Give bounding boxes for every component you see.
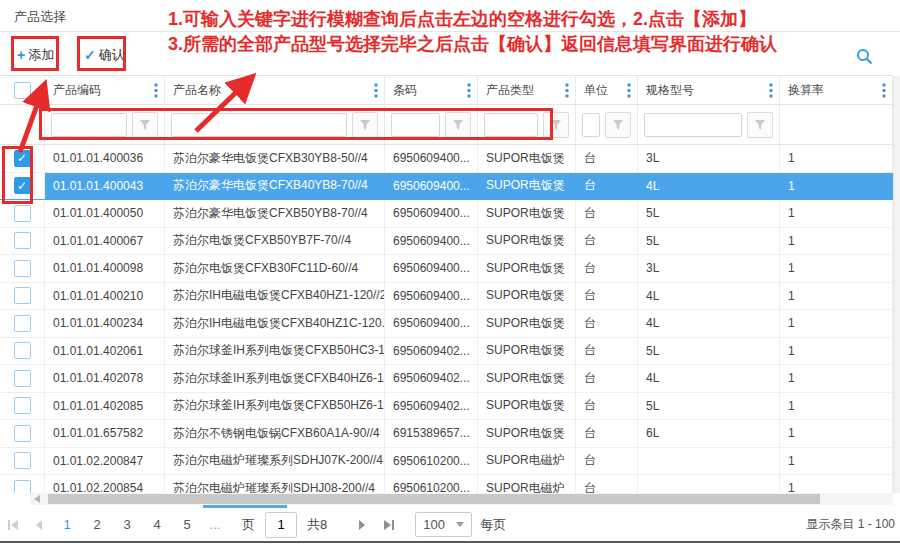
page-ellipsis: ... — [202, 517, 228, 532]
cell-unit: 台 — [576, 448, 638, 475]
column-menu-icon[interactable] — [374, 83, 378, 98]
table-row[interactable]: 01.01.01.400067苏泊尔电饭煲CFXB50YB7F-70//4695… — [0, 228, 893, 256]
row-checkbox[interactable] — [14, 287, 31, 304]
page-number-3[interactable]: 3 — [112, 517, 142, 532]
cell-code: 01.01.01.400036 — [45, 145, 165, 172]
column-menu-icon[interactable] — [882, 83, 886, 98]
search-icon[interactable] — [856, 48, 873, 65]
cell-barcode: 6915389657... — [385, 420, 478, 447]
cell-unit: 台 — [576, 365, 638, 392]
table-header-row: 产品编码产品名称条码产品类型单位规格型号换算率 — [0, 75, 893, 105]
page-number-input[interactable] — [265, 512, 297, 538]
page-number-1[interactable]: 1 — [52, 517, 82, 532]
cell-type: SUPOR电饭煲 — [478, 310, 576, 337]
table-row[interactable]: ✓01.01.01.400043苏泊尔豪华电饭煲CFXB40YB8-70//46… — [0, 173, 893, 201]
column-menu-icon[interactable] — [565, 83, 569, 98]
cell-barcode: 6950610200... — [385, 475, 478, 493]
page-size-value: 100 — [423, 517, 445, 532]
cell-spec: 4L — [638, 173, 780, 200]
row-checkbox[interactable] — [14, 232, 31, 249]
row-checkbox-cell — [0, 448, 45, 475]
table-row[interactable]: 01.01.01.400050苏泊尔豪华电饭煲CFXB50YB8-70//469… — [0, 200, 893, 228]
table-row[interactable]: 01.01.02.200847苏泊尔电磁炉璀璨系列SDHJ07K-200//46… — [0, 448, 893, 476]
cell-name: 苏泊尔不锈钢电饭锅CFXB60A1A-90//4 — [165, 420, 385, 447]
header-cell-code[interactable]: 产品编码 — [45, 76, 165, 104]
header-cell-barcode[interactable]: 条码 — [385, 76, 478, 104]
annotation-box-filter-row — [39, 108, 553, 140]
header-cell-type[interactable]: 产品类型 — [478, 76, 576, 104]
first-page-icon[interactable] — [0, 519, 26, 531]
page-label: 页 — [242, 516, 255, 534]
cell-rate: 1 — [780, 475, 893, 493]
column-menu-icon[interactable] — [769, 83, 773, 98]
row-checkbox[interactable] — [14, 205, 31, 222]
column-menu-icon[interactable] — [154, 83, 158, 98]
header-cell-name[interactable]: 产品名称 — [165, 76, 385, 104]
cell-rate: 1 — [780, 420, 893, 447]
row-checkbox-cell — [0, 420, 45, 447]
cell-unit: 台 — [576, 200, 638, 227]
table-row[interactable]: ✓01.01.01.400036苏泊尔豪华电饭煲CFXB30YB8-50//46… — [0, 145, 893, 173]
select-all-checkbox[interactable] — [14, 82, 31, 99]
header-label-rate: 换算率 — [788, 82, 824, 99]
row-checkbox[interactable] — [14, 480, 31, 493]
table-row[interactable]: 01.01.01.400098苏泊尔电饭煲CFXB30FC11D-60//469… — [0, 255, 893, 283]
header-label-spec: 规格型号 — [646, 82, 694, 99]
cell-spec: 5L — [638, 200, 780, 227]
table-row[interactable]: 01.01.01.402085苏泊尔球釜IH系列电饭煲CFXB50HZ6-1..… — [0, 393, 893, 421]
row-checkbox-cell — [0, 255, 45, 282]
cell-name: 苏泊尔豪华电饭煲CFXB40YB8-70//4 — [165, 173, 385, 200]
last-page-icon[interactable] — [375, 519, 401, 531]
table-row[interactable]: 01.01.01.402061苏泊尔球釜IH系列电饭煲CFXB50HC3-1..… — [0, 338, 893, 366]
row-checkbox[interactable] — [14, 425, 31, 442]
cell-rate: 1 — [780, 173, 893, 200]
filter-input-spec[interactable] — [644, 113, 742, 137]
page-number-2[interactable]: 2 — [82, 517, 112, 532]
table-row[interactable]: 01.01.01.657582苏泊尔不锈钢电饭锅CFXB60A1A-90//46… — [0, 420, 893, 448]
row-checkbox[interactable] — [14, 370, 31, 387]
cell-spec — [638, 475, 780, 493]
header-cell-unit[interactable]: 单位 — [576, 76, 638, 104]
table-row[interactable]: 01.01.01.402078苏泊尔球釜IH系列电饭煲CFXB40HZ6-1..… — [0, 365, 893, 393]
cell-spec: 4L — [638, 283, 780, 310]
header-cell-rate[interactable]: 换算率 — [780, 76, 893, 104]
page-title: 产品选择 — [14, 8, 66, 26]
cell-type: SUPOR电饭煲 — [478, 173, 576, 200]
row-checkbox[interactable] — [14, 260, 31, 277]
column-menu-icon[interactable] — [467, 83, 471, 98]
cell-barcode: 6950609400... — [385, 173, 478, 200]
per-page-label: 每页 — [480, 516, 506, 534]
cell-unit: 台 — [576, 255, 638, 282]
cell-spec: 3L — [638, 255, 780, 282]
vertical-scrollbar[interactable] — [893, 76, 900, 493]
annotation-box-add — [11, 36, 59, 71]
prev-page-icon[interactable] — [26, 519, 52, 531]
filter-cell-spec — [638, 105, 780, 144]
row-checkbox[interactable] — [14, 342, 31, 359]
row-checkbox[interactable] — [14, 397, 31, 414]
filter-input-unit[interactable] — [582, 113, 600, 137]
filter-funnel-icon[interactable] — [605, 112, 631, 138]
page-size-dropdown[interactable]: 100 — [415, 512, 472, 537]
cell-name: 苏泊尔球釜IH系列电饭煲CFXB40HZ6-1... — [165, 365, 385, 392]
scroll-left-icon[interactable] — [34, 495, 40, 503]
cell-spec: 5L — [638, 393, 780, 420]
table-row[interactable]: 01.01.01.400210苏泊尔IH电磁电饭煲CFXB40HZ1-120//… — [0, 283, 893, 311]
page-number-4[interactable]: 4 — [142, 517, 172, 532]
table-row[interactable]: 01.01.01.400234苏泊尔IH电磁电饭煲CFXB40HZ1C-120.… — [0, 310, 893, 338]
cell-unit: 台 — [576, 420, 638, 447]
row-checkbox[interactable] — [14, 452, 31, 469]
header-cell-spec[interactable]: 规格型号 — [638, 76, 780, 104]
cell-unit: 台 — [576, 283, 638, 310]
column-menu-icon[interactable] — [627, 83, 631, 98]
cell-type: SUPOR电饭煲 — [478, 393, 576, 420]
cell-type: SUPOR电饭煲 — [478, 145, 576, 172]
page-number-5[interactable]: 5 — [172, 517, 202, 532]
horizontal-scrollbar-thumb[interactable] — [48, 494, 820, 504]
next-page-icon[interactable] — [349, 519, 375, 531]
filter-cell-rate — [780, 105, 893, 144]
table-row[interactable]: 01.01.02.200854苏泊尔电磁炉璀璨系列SDHJ08-200//469… — [0, 475, 893, 493]
filter-funnel-icon[interactable] — [747, 112, 773, 138]
cell-barcode: 6950609400... — [385, 255, 478, 282]
row-checkbox[interactable] — [14, 315, 31, 332]
